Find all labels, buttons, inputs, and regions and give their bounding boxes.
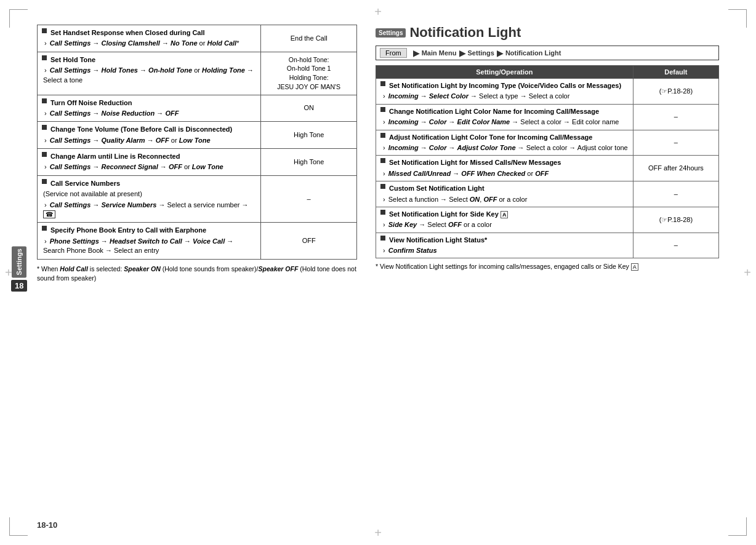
right-r4-title: Set Notification Light for Missed Calls/… (380, 158, 629, 167)
row5-sub: › Call Settings → Reconnect Signal → OFF… (43, 162, 256, 172)
page-number: 18-10 (37, 520, 57, 530)
row3-title-text: Turn Off Noise Reduction (50, 98, 132, 108)
table-row: Adjust Notification Light Color Tone for… (376, 130, 719, 156)
right-r1-sub: › Incoming → Select Color → Select a typ… (382, 92, 629, 101)
right-row5-setting: Custom Set Notification Light › Select a… (376, 181, 633, 207)
breadcrumb-notification-light: Notification Light (505, 49, 561, 57)
right-footnote: * View Notification Light settings for i… (376, 262, 719, 272)
right-row3-default: – (633, 130, 718, 156)
crosshair-top: + (374, 5, 382, 19)
breadcrumb-arrow2: ▶ (459, 49, 465, 58)
notification-light-title: Notification Light (409, 25, 521, 41)
table-row: Turn Off Noise Reduction › Call Settings… (38, 95, 357, 122)
bullet-icon (42, 125, 47, 130)
row6-value: – (261, 175, 357, 223)
right-row6-default: (☞P.18-28) (633, 207, 718, 233)
right-row4-setting: Set Notification Light for Missed Calls/… (376, 156, 633, 181)
right-r6-sub: › Side Key → Select OFF or a color (382, 220, 629, 229)
bullet-icon (42, 152, 47, 157)
right-row6-setting: Set Notification Light for Side Key A › … (376, 207, 633, 233)
bullet-icon (42, 179, 47, 184)
right-r4-sub: › Missed Call/Unread → OFF When Checked … (382, 169, 629, 178)
corner-mark-tr (728, 9, 747, 28)
row7-title: Specify Phone Book Entry to Call with Ea… (42, 226, 256, 235)
settings-tab-label: Settings (12, 246, 26, 277)
row3-sub: › Call Settings → Noise Reduction → OFF (43, 109, 256, 118)
right-r6-title-text: Set Notification Light for Side Key A (389, 210, 508, 219)
col-header-setting: Setting/Operation (376, 66, 633, 79)
row7-value: OFF (261, 223, 357, 259)
right-row2-setting: Change Notification Light Color Name for… (376, 104, 633, 130)
crosshair-right: + (744, 266, 751, 280)
right-r5-title: Custom Set Notification Light (380, 184, 629, 193)
row7-title-text: Specify Phone Book Entry to Call with Ea… (50, 226, 206, 235)
breadcrumb-arrow3: ▶ (497, 49, 503, 58)
right-r3-title-text: Adjust Notification Light Color Tone for… (389, 133, 592, 142)
row3-value: ON (261, 95, 357, 122)
left-panel: Set Handset Response when Closed during … (37, 25, 357, 284)
row2-title-text: Set Hold Tone (50, 55, 95, 65)
left-row2-content: Set Hold Tone › Call Settings → Hold Ton… (38, 52, 261, 95)
row4-sub: › Call Settings → Quality Alarm → OFF or… (43, 136, 256, 145)
left-row1-content: Set Handset Response when Closed during … (38, 25, 261, 52)
breadcrumb-settings: Settings (468, 49, 494, 57)
right-table: Setting/Operation Default Set Notificati… (376, 65, 719, 258)
breadcrumb-main-menu: Main Menu (422, 49, 457, 57)
left-table: Set Handset Response when Closed during … (37, 25, 357, 260)
corner-mark-tl (9, 9, 28, 28)
bullet-icon (380, 210, 385, 215)
row1-title-text: Set Handset Response when Closed during … (50, 28, 205, 38)
row2-sub: › Call Settings → Hold Tones → On-hold T… (43, 66, 256, 85)
right-r5-title-text: Custom Set Notification Light (389, 184, 485, 193)
bullet-icon (42, 226, 47, 231)
breadcrumb-bar: From ▶ Main Menu ▶ Settings ▶ Notificati… (376, 46, 719, 60)
row1-title: Set Handset Response when Closed during … (42, 28, 256, 38)
table-row: Set Notification Light for Side Key A › … (376, 207, 719, 233)
right-r3-sub: › Incoming → Color → Adjust Color Tone →… (382, 143, 629, 153)
left-row7-content: Specify Phone Book Entry to Call with Ea… (38, 223, 261, 259)
right-r1-title-text: Set Notification Light by Incoming Type … (389, 81, 621, 90)
left-row3-content: Turn Off Noise Reduction › Call Settings… (38, 95, 261, 122)
table-row: Call Service Numbers (Service not availa… (38, 175, 357, 223)
table-row: Change Notification Light Color Name for… (376, 104, 719, 130)
row6-title: Call Service Numbers (42, 179, 256, 188)
right-row1-default: (☞P.18-28) (633, 79, 718, 105)
right-row7-default: – (633, 233, 718, 258)
row6-title-text: Call Service Numbers (50, 179, 120, 188)
right-panel: Settings Notification Light From ▶ Main … (376, 25, 719, 284)
table-row: Set Notification Light for Missed Calls/… (376, 156, 719, 181)
table-row: Set Notification Light by Incoming Type … (376, 79, 719, 105)
settings-badge: Settings (376, 28, 406, 38)
row1-value: End the Call (261, 25, 357, 52)
bullet-icon (380, 236, 385, 241)
row7-sub: › Phone Settings → Headset Switch to Cal… (43, 237, 256, 256)
table-row: View Notification Light Status* › Confir… (376, 233, 719, 258)
bullet-icon (42, 98, 47, 103)
table-row: Change Tone Volume (Tone Before Call is … (38, 122, 357, 149)
right-r2-sub: › Incoming → Color → Edit Color Name → S… (382, 117, 629, 127)
breadcrumb-from: From (380, 48, 407, 58)
right-r7-sub: › Confirm Status (382, 246, 629, 255)
bullet-icon (380, 184, 385, 189)
table-header-row: Setting/Operation Default (376, 66, 719, 79)
right-r1-title: Set Notification Light by Incoming Type … (380, 81, 629, 90)
row2-title: Set Hold Tone (42, 55, 256, 65)
right-row7-setting: View Notification Light Status* › Confir… (376, 233, 633, 258)
right-row1-setting: Set Notification Light by Incoming Type … (376, 79, 633, 105)
right-r2-title: Change Notification Light Color Name for… (380, 107, 629, 116)
breadcrumb-arrow: ▶ (413, 49, 419, 58)
right-r5-sub: › Select a function → Select ON, OFF or … (382, 195, 629, 204)
bullet-icon (380, 158, 385, 163)
right-r6-title: Set Notification Light for Side Key A (380, 210, 629, 219)
row6-sub: › Call Settings → Service Numbers → Sele… (43, 201, 256, 220)
bullet-icon (42, 55, 47, 60)
table-row: Specify Phone Book Entry to Call with Ea… (38, 223, 357, 259)
right-r4-title-text: Set Notification Light for Missed Calls/… (389, 158, 561, 167)
row5-title: Change Alarm until Line is Reconnected (42, 152, 256, 161)
right-r2-title-text: Change Notification Light Color Name for… (389, 107, 599, 116)
sidebar-settings: Settings 18 (11, 246, 27, 292)
row6-sub-plain: (Service not available at present) (43, 189, 256, 199)
row3-title: Turn Off Noise Reduction (42, 98, 256, 108)
left-row6-content: Call Service Numbers (Service not availa… (38, 175, 261, 223)
left-row4-content: Change Tone Volume (Tone Before Call is … (38, 122, 261, 149)
